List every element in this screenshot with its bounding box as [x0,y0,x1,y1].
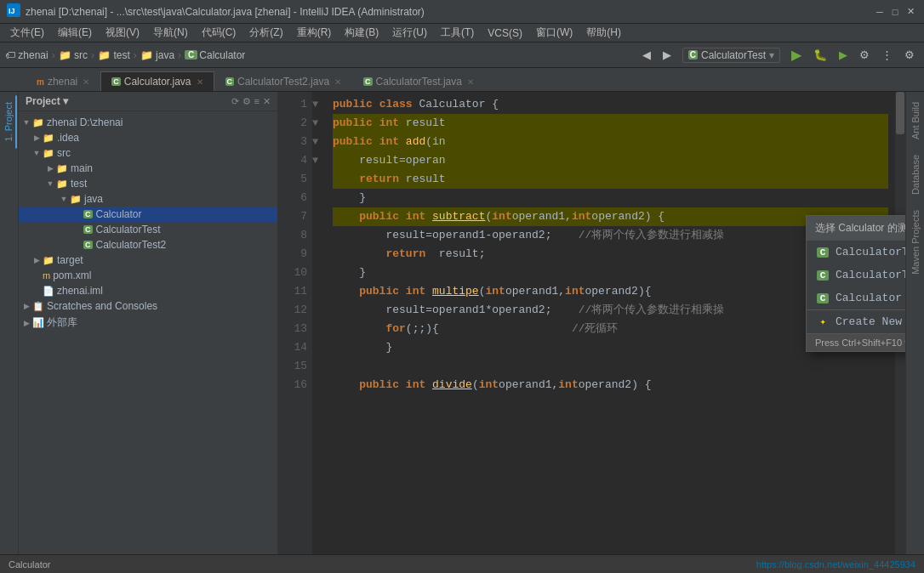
code-line-3: public int add(in [333,133,888,151]
settings-button[interactable]: ⚙ [900,47,919,63]
profile-button[interactable]: ⚙ [855,47,874,63]
popup-item-create-test[interactable]: ✦ Create New Test... [807,309,905,333]
code-line-5: return result [333,170,888,189]
right-panels: 1 2 3 4 5 6 7 8 9 10 11 12 13 14 15 16 [278,92,905,554]
tree-root[interactable]: ▼ 📁 zhenai D:\zhenai [19,115,277,130]
sidebar-action-3[interactable]: ≡ [254,96,260,107]
menu-build[interactable]: 构建(B) [338,24,385,42]
iml-icon: 📄 [43,286,54,297]
minimize-button[interactable]: ─ [873,5,887,19]
popup-item-calculator[interactable]: C Calculator zhenai 📁 [807,286,905,309]
right-tab-ant[interactable]: Ant Build [909,95,922,146]
popup-create-label: Create New Test... [836,315,905,328]
menu-bar: 文件(E) 编辑(E) 视图(V) 导航(N) 代码(C) 分析(Z) 重构(R… [0,24,924,43]
svg-text:IJ: IJ [9,7,15,15]
breadcrumb-file[interactable]: Calculator [199,49,245,61]
project-tree: ▼ 📁 zhenai D:\zhenai ▶ 📁 .idea ▼ 📁 src [19,111,277,554]
sidebar-title: Project ▾ [26,95,231,107]
tree-scratches[interactable]: ▶ 📋 Scratches and Consoles [19,298,277,314]
right-panel-tabs: Ant Build Database Maven Projects [905,92,924,554]
tree-target[interactable]: ▶ 📁 target [19,252,277,268]
menu-tools[interactable]: 工具(T) [434,24,481,42]
debug-button[interactable]: 🐛 [809,47,831,63]
breadcrumb-java[interactable]: 📁 java [140,49,174,61]
tab-java-icon: C [111,77,121,86]
left-tab-project[interactable]: 1. Project [2,95,17,148]
title-text: zhenai [D:\zhenai] - ...\src\test\java\C… [26,6,873,18]
scrollbar-thumb[interactable] [896,92,904,134]
code-line-15 [333,357,888,376]
breadcrumb-zhenai[interactable]: 🏷 zhenai [5,49,48,61]
breadcrumb-calculator[interactable]: C [185,50,197,60]
menu-vcs[interactable]: VCS(S) [481,26,529,41]
title-bar: IJ zhenai [D:\zhenai] - ...\src\test\jav… [0,0,924,24]
pom-icon: m [43,270,50,281]
menu-nav[interactable]: 导航(N) [146,24,195,42]
app-icon: IJ [7,3,20,20]
test-popup-header: 选择 Calculator 的测试(3 找到） ⤢ [807,216,905,241]
status-file: Calculator [9,559,756,570]
tree-external-libs[interactable]: ▶ 📊 外部库 [19,314,277,332]
run-config-dropdown[interactable]: ▾ [769,49,774,61]
menu-code[interactable]: 代码(C) [195,24,243,42]
popup-item-calculatortest[interactable]: C CalculatorTest zhenai 📁 [807,241,905,264]
code-line-6: } [333,189,888,207]
menu-analyze[interactable]: 分析(Z) [242,24,289,42]
menu-run[interactable]: 运行(U) [385,24,434,42]
breadcrumb-src[interactable]: 📁 src [59,49,88,61]
left-panel-tabs: 1. Project [0,92,19,554]
tree-idea[interactable]: ▶ 📁 .idea [19,130,277,145]
popup-item-calculatortest2[interactable]: C CalculatorTest2 zhenai 📁 [807,264,905,286]
popup-item-label-2: CalculatorTest2 [836,269,905,281]
test-selector-popup: 选择 Calculator 的测试(3 找到） ⤢ C CalculatorTe… [806,215,905,352]
sidebar-action-2[interactable]: ⚙ [242,96,251,107]
forward-button[interactable]: ▶ [659,47,676,63]
sidebar-action-1[interactable]: ⟳ [231,96,239,107]
tree-main[interactable]: ▶ 📁 main [19,161,277,176]
sidebar-header: Project ▾ ⟳ ⚙ ≡ ✕ [19,92,277,111]
tab-calculatortest[interactable]: C CalculatorTest.java ✕ [352,71,485,91]
more-actions[interactable]: ⋮ [877,47,897,63]
fold-3[interactable]: ▼ [312,95,326,114]
menu-refactor[interactable]: 重构(R) [290,24,339,42]
menu-view[interactable]: 视图(V) [99,24,146,42]
sidebar-action-close[interactable]: ✕ [263,96,271,107]
menu-edit[interactable]: 编辑(E) [51,24,99,42]
popup-item-label-3: Calculator [836,292,902,304]
breadcrumb: 🏷 zhenai › 📁 src › 📁 test › 📁 java › C C… [5,49,245,61]
tree-calculatortest2[interactable]: C CalculatorTest2 [19,237,277,252]
right-tab-database[interactable]: Database [909,148,922,201]
menu-window[interactable]: 窗口(W) [529,24,579,42]
back-button[interactable]: ◀ [638,47,655,63]
code-editor[interactable]: 1 2 3 4 5 6 7 8 9 10 11 12 13 14 15 16 [278,92,905,554]
tab-zhenai[interactable]: m zhenai ✕ [26,71,100,91]
tree-calculatortest[interactable]: C CalculatorTest [19,222,277,237]
popup-tooltip: Press Ctrl+Shift+F10 to run selected tes… [807,333,905,351]
menu-help[interactable]: 帮助(H) [579,24,628,42]
fold-16[interactable]: ▼ [312,151,326,170]
breadcrumb-test[interactable]: 📁 test [98,49,130,61]
fold-7[interactable]: ▼ [312,114,326,133]
main-content: 1. Project Project ▾ ⟳ ⚙ ≡ ✕ ▼ 📁 zhenai … [0,92,924,554]
tree-java[interactable]: ▼ 📁 java [19,191,277,207]
coverage-button[interactable]: ▶ [835,47,852,63]
code-line-1: public class Calculator { [333,95,888,114]
window-controls: ─ □ ✕ [873,5,917,19]
close-button[interactable]: ✕ [904,5,917,19]
tab-calculator-java[interactable]: C Calculator.java ✕ [100,71,214,91]
tree-calculator[interactable]: C Calculator [19,207,277,222]
tree-iml[interactable]: 📄 zhenai.iml [19,283,277,298]
fold-11[interactable]: ▼ [312,133,326,151]
maximize-button[interactable]: □ [888,5,902,19]
menu-file[interactable]: 文件(E) [3,24,51,42]
tab-calculatortest2[interactable]: C CalculatorTest2.java ✕ [214,71,353,91]
tree-src[interactable]: ▼ 📁 src [19,145,277,161]
run-button[interactable]: ▶ [787,45,806,65]
tree-test[interactable]: ▼ 📁 test [19,176,277,191]
popup-item-label-1: CalculatorTest [836,246,905,258]
popup-test-icon-2: C [817,270,829,281]
right-tab-maven[interactable]: Maven Projects [909,203,922,281]
tree-pomxml[interactable]: m pom.xml [19,268,277,283]
status-url[interactable]: https://blog.csdn.net/weixin_44425934 [756,559,915,570]
scratches-icon: 📋 [32,301,44,312]
